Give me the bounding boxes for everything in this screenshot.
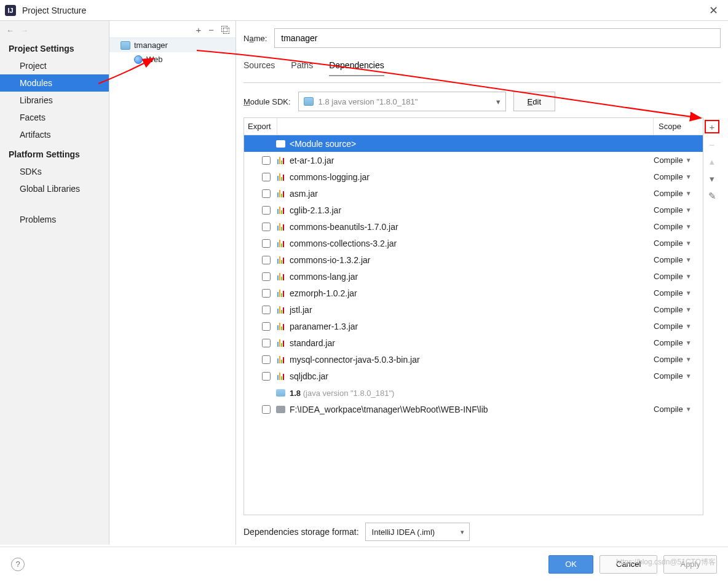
export-checkbox[interactable] [262, 272, 271, 281]
tree-add-icon[interactable]: + [196, 25, 201, 35]
dependency-scope[interactable]: Compile▼ [654, 305, 699, 314]
dependency-row[interactable]: standard.jarCompile▼ [244, 334, 703, 351]
dependency-row[interactable]: ezmorph-1.0.2.jarCompile▼ [244, 285, 703, 301]
dep-remove-icon[interactable]: − [710, 140, 715, 150]
dep-edit-icon[interactable]: ✎ [708, 191, 716, 202]
dependency-scope[interactable]: Compile▼ [654, 322, 699, 331]
nav-facets[interactable]: Facets [0, 109, 109, 126]
window-title: Project Structure [22, 6, 86, 15]
dependency-scope[interactable]: Compile▼ [654, 338, 699, 347]
tree-remove-icon[interactable]: − [208, 25, 214, 35]
export-checkbox[interactable] [262, 239, 271, 248]
dependency-name: F:\IDEA_workpace\tmanager\WebRoot\WEB-IN… [290, 405, 654, 414]
export-checkbox[interactable] [262, 355, 271, 364]
sdk-icon [304, 97, 314, 106]
dependency-row[interactable]: commons-collections-3.2.jarCompile▼ [244, 235, 703, 251]
export-checkbox[interactable] [262, 206, 271, 215]
tab-sources[interactable]: Sources [243, 55, 291, 82]
dependency-scope[interactable]: Compile▼ [654, 405, 699, 414]
nav-artifacts[interactable]: Artifacts [0, 126, 109, 143]
dependency-row[interactable]: commons-beanutils-1.7.0.jarCompile▼ [244, 218, 703, 235]
tree-item-web[interactable]: Web [109, 52, 235, 66]
sdk-icon [275, 389, 286, 397]
jar-icon [275, 289, 286, 297]
dependency-table: Export Scope <Module source>et-ar-1.0.ja… [243, 117, 703, 515]
export-checkbox[interactable] [262, 223, 271, 231]
section-platform-settings: Platform Settings [0, 143, 109, 163]
module-name-input[interactable] [274, 28, 721, 48]
dependency-scope[interactable]: Compile▼ [654, 222, 699, 231]
jar-icon [275, 322, 286, 330]
name-label: Name: [243, 33, 267, 43]
tab-paths[interactable]: Paths [291, 55, 329, 82]
dep-add-icon[interactable]: + [710, 122, 715, 132]
nav-problems[interactable]: Problems [0, 211, 109, 228]
export-checkbox[interactable] [262, 156, 271, 165]
ok-button[interactable]: OK [548, 555, 593, 574]
dependency-scope[interactable]: Compile▼ [654, 255, 699, 264]
folder-icon [275, 406, 286, 413]
dependency-row[interactable]: mysql-connector-java-5.0.3-bin.jarCompil… [244, 351, 703, 368]
tree-item-tmanager[interactable]: tmanager [109, 38, 235, 52]
export-checkbox[interactable] [262, 322, 271, 331]
dependency-row[interactable]: commons-logging.jarCompile▼ [244, 168, 703, 185]
dependency-row[interactable]: cglib-2.1.3.jarCompile▼ [244, 202, 703, 218]
export-checkbox[interactable] [262, 405, 271, 414]
help-icon[interactable]: ? [11, 558, 25, 571]
export-checkbox[interactable] [262, 173, 271, 181]
dependency-row[interactable]: <Module source> [244, 135, 703, 152]
nav-project[interactable]: Project [0, 57, 109, 74]
nav-modules[interactable]: Modules [0, 74, 109, 92]
dependency-row[interactable]: 1.8 (java version "1.8.0_181") [244, 384, 703, 401]
storage-format-value: IntelliJ IDEA (.iml) [372, 528, 435, 537]
export-checkbox[interactable] [262, 256, 271, 264]
dependency-row[interactable]: sqljdbc.jarCompile▼ [244, 368, 703, 384]
dependency-row[interactable]: paranamer-1.3.jarCompile▼ [244, 318, 703, 334]
close-icon[interactable]: ✕ [704, 4, 723, 17]
dependency-row[interactable]: commons-lang.jarCompile▼ [244, 268, 703, 285]
tree-copy-icon[interactable]: ⿻ [221, 25, 231, 35]
nav-sdks[interactable]: SDKs [0, 163, 109, 180]
module-sdk-value: 1.8 java version "1.8.0_181" [318, 97, 418, 106]
dependency-row[interactable]: jstl.jarCompile▼ [244, 301, 703, 318]
module-sdk-select[interactable]: 1.8 java version "1.8.0_181" ▾ [298, 92, 506, 111]
dependency-name: <Module source> [290, 139, 654, 149]
storage-format-select[interactable]: IntelliJ IDEA (.iml) [365, 523, 470, 541]
dependency-scope[interactable]: Compile▼ [654, 156, 699, 165]
nav-global-libraries[interactable]: Global Libraries [0, 180, 109, 197]
storage-format-label: Dependencies storage format: [243, 527, 359, 537]
dep-move-up-icon[interactable]: ▴ [710, 156, 714, 167]
folder-icon [275, 140, 286, 148]
export-checkbox[interactable] [262, 189, 271, 198]
dependency-scope[interactable]: Compile▼ [654, 288, 699, 298]
dependency-scope[interactable]: Compile▼ [654, 371, 699, 381]
dependency-scope[interactable]: Compile▼ [654, 355, 699, 364]
module-details-panel: Name: Sources Paths Dependencies Module … [236, 21, 728, 545]
dependency-scope[interactable]: Compile▼ [654, 172, 699, 181]
nav-back-icon[interactable]: ← [6, 26, 14, 35]
export-checkbox[interactable] [262, 289, 271, 298]
nav-libraries[interactable]: Libraries [0, 92, 109, 109]
section-project-settings: Project Settings [0, 38, 109, 57]
export-checkbox[interactable] [262, 306, 271, 314]
dependency-scope[interactable]: Compile▼ [654, 239, 699, 248]
dep-move-down-icon[interactable]: ▾ [710, 173, 714, 184]
dependency-scope[interactable]: Compile▼ [654, 205, 699, 215]
nav-forward-icon[interactable]: → [20, 26, 28, 35]
export-checkbox[interactable] [262, 372, 271, 381]
dependency-scope[interactable]: Compile▼ [654, 189, 699, 198]
dependency-name: sqljdbc.jar [290, 371, 654, 381]
tab-dependencies[interactable]: Dependencies [329, 55, 400, 82]
dependency-row[interactable]: F:\IDEA_workpace\tmanager\WebRoot\WEB-IN… [244, 401, 703, 417]
dependency-row[interactable]: asm.jarCompile▼ [244, 185, 703, 202]
jar-icon [275, 189, 286, 197]
dependency-name: asm.jar [290, 189, 654, 199]
export-checkbox[interactable] [262, 339, 271, 347]
dependency-row[interactable]: commons-io-1.3.2.jarCompile▼ [244, 251, 703, 268]
dependency-scope[interactable]: Compile▼ [654, 272, 699, 281]
dependency-name: mysql-connector-java-5.0.3-bin.jar [290, 355, 654, 365]
jar-icon [275, 173, 286, 181]
jar-icon [275, 306, 286, 314]
dependency-row[interactable]: et-ar-1.0.jarCompile▼ [244, 152, 703, 168]
sdk-edit-button[interactable]: Edit [513, 92, 555, 111]
